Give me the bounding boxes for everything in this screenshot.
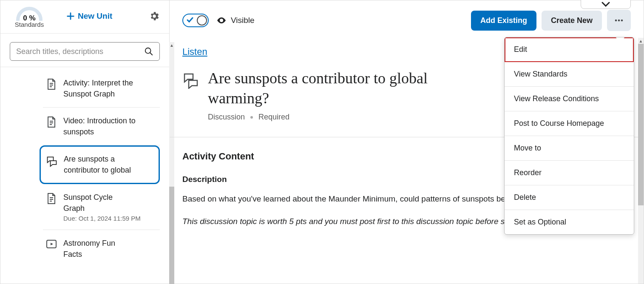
- nav-item-title: Sunspot Cycle Graph: [63, 192, 136, 214]
- listen-link[interactable]: Listen: [182, 46, 207, 57]
- expand-tab[interactable]: [581, 0, 631, 9]
- visibility-label-group: Visible: [216, 15, 255, 26]
- check-icon: [187, 17, 193, 25]
- menu-item-reorder[interactable]: Reorder: [505, 161, 634, 185]
- chevron-down-icon: [601, 2, 610, 7]
- eye-icon: [216, 15, 227, 26]
- video-icon: [45, 239, 57, 250]
- nav-item-sunspot-cycle[interactable]: Sunspot Cycle Graph Due: Oct 1, 2024 11:…: [43, 184, 160, 230]
- menu-item-view-standards[interactable]: View Standards: [505, 62, 634, 87]
- visibility-label: Visible: [231, 16, 255, 25]
- nav-item-astronomy-fun[interactable]: Astronomy Fun Facts: [43, 230, 160, 267]
- topic-meta: Discussion Required: [208, 113, 446, 122]
- visibility-toggle[interactable]: [182, 14, 209, 27]
- discussion-icon: [182, 72, 199, 91]
- search-input[interactable]: [16, 47, 140, 56]
- settings-button[interactable]: [149, 11, 160, 22]
- ellipsis-icon: [614, 15, 624, 26]
- nav-item-title: Are sunspots a contributor to global: [64, 153, 136, 176]
- sidebar: 0 % Standards New Unit: [0, 0, 170, 284]
- standards-gauge: 0 %: [14, 6, 44, 21]
- menu-item-delete[interactable]: Delete: [505, 185, 634, 210]
- svg-point-4: [621, 20, 623, 22]
- nav-item-title: Video: Introduction to sunspots: [63, 115, 136, 137]
- nav-item-title: Astronomy Fun Facts: [63, 238, 136, 260]
- plus-icon: [66, 11, 75, 21]
- gear-icon: [149, 11, 160, 22]
- menu-item-set-optional[interactable]: Set as Optional: [505, 210, 634, 234]
- main-area: Visible Add Existing Create New Listen: [170, 0, 644, 284]
- topic-type: Discussion: [208, 113, 245, 121]
- svg-point-2: [615, 20, 617, 22]
- nav-item-title: Activity: Interpret the Sunspot Graph: [63, 77, 136, 99]
- add-existing-button[interactable]: Add Existing: [471, 11, 536, 31]
- standards-gauge-block[interactable]: 0 % Standards: [8, 4, 51, 28]
- search-section: [0, 34, 169, 67]
- new-unit-button[interactable]: New Unit: [66, 11, 112, 21]
- page-icon: [45, 78, 57, 90]
- menu-item-edit[interactable]: Edit: [505, 37, 634, 62]
- topic-required: Required: [258, 113, 289, 121]
- standards-percent: 0 %: [14, 14, 44, 23]
- page-icon: [45, 116, 57, 128]
- topic-title: Are sunspots a contributor to global war…: [208, 68, 446, 108]
- nav-list[interactable]: Activity: Interpret the Sunspot Graph Vi…: [0, 67, 169, 284]
- main-scrollbar[interactable]: ▲: [638, 38, 644, 284]
- more-actions-button[interactable]: [607, 10, 631, 31]
- menu-item-post-homepage[interactable]: Post to Course Homepage: [505, 111, 634, 136]
- menu-item-move-to[interactable]: Move to: [505, 136, 634, 161]
- menu-item-view-release-conditions[interactable]: View Release Conditions: [505, 87, 634, 111]
- sidebar-header: 0 % Standards New Unit: [0, 0, 169, 34]
- header-actions: Add Existing Create New: [471, 10, 631, 31]
- nav-item-meta: Due: Oct 1, 2024 11:59 PM: [63, 215, 141, 222]
- nav-item-video-intro[interactable]: Video: Introduction to sunspots: [43, 108, 160, 145]
- svg-point-3: [618, 20, 620, 22]
- discussion-icon: [46, 154, 58, 166]
- new-unit-label: New Unit: [78, 11, 112, 21]
- create-new-button[interactable]: Create New: [542, 11, 602, 31]
- more-actions-menu: Edit View Standards View Release Conditi…: [504, 37, 634, 235]
- toggle-knob: [197, 15, 207, 26]
- nav-item-activity-interpret[interactable]: Activity: Interpret the Sunspot Graph: [43, 70, 160, 108]
- main-header: Visible Add Existing Create New: [170, 0, 644, 40]
- search-icon: [144, 47, 153, 56]
- nav-item-sunspots-discussion[interactable]: Are sunspots a contributor to global: [40, 145, 160, 184]
- search-box[interactable]: [10, 42, 160, 61]
- page-icon: [45, 193, 57, 204]
